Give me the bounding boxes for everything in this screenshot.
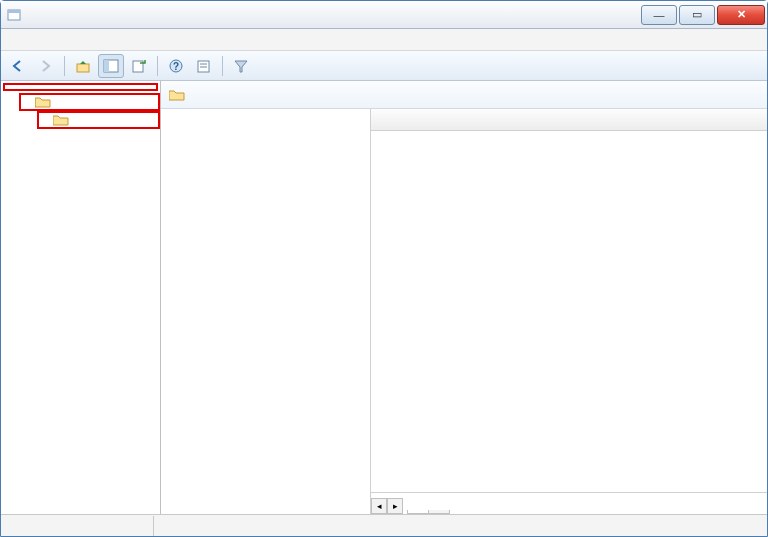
svg-text:?: ?	[173, 61, 179, 72]
export-button[interactable]	[126, 54, 152, 78]
view-tabs: ◂ ▸	[371, 492, 767, 514]
menu-help[interactable]	[67, 38, 83, 42]
folder-icon	[35, 95, 51, 109]
minimize-button[interactable]: —	[641, 5, 677, 25]
menu-action[interactable]	[27, 38, 43, 42]
list-column-header[interactable]	[371, 109, 767, 131]
tab-scroll-right[interactable]: ▸	[387, 498, 403, 514]
tree-root-admin-templates[interactable]	[3, 83, 158, 91]
show-tree-button[interactable]	[98, 54, 124, 78]
close-button[interactable]: ✕	[717, 5, 765, 25]
tab-scroll-left[interactable]: ◂	[371, 498, 387, 514]
svg-rect-2	[77, 64, 89, 72]
toolbar: ?	[1, 51, 767, 81]
settings-list[interactable]	[371, 131, 767, 492]
maximize-button[interactable]: ▭	[679, 5, 715, 25]
properties-button[interactable]	[191, 54, 217, 78]
right-header	[161, 81, 767, 109]
status-bar	[1, 514, 767, 536]
app-icon	[7, 8, 21, 22]
folder-icon	[169, 88, 185, 101]
description-panel	[161, 109, 371, 514]
tree-item-system[interactable]	[19, 93, 160, 111]
tree-item-ctrl-alt-del[interactable]	[37, 111, 160, 129]
titlebar: — ▭ ✕	[1, 1, 767, 29]
menu-file[interactable]	[7, 38, 23, 42]
forward-button[interactable]	[33, 54, 59, 78]
menubar	[1, 29, 767, 51]
back-button[interactable]	[5, 54, 31, 78]
svg-rect-4	[104, 60, 109, 72]
folder-icon	[53, 113, 69, 127]
up-button[interactable]	[70, 54, 96, 78]
filter-button[interactable]	[228, 54, 254, 78]
help-button[interactable]: ?	[163, 54, 189, 78]
menu-view[interactable]	[47, 38, 63, 42]
tree-pane[interactable]	[1, 81, 161, 514]
svg-rect-1	[8, 10, 20, 13]
